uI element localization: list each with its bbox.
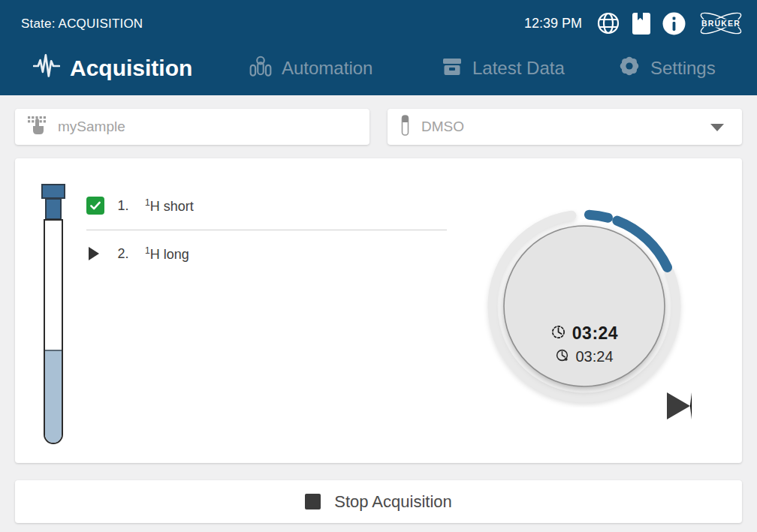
stop-acquisition-button[interactable]: Stop Acquisition — [15, 480, 742, 523]
progress-times: 03:24 03:24 — [483, 323, 686, 365]
clock-icon — [555, 348, 569, 365]
clock-time: 12:39 PM — [524, 16, 582, 32]
time-remaining-row: 03:24 — [550, 323, 618, 344]
archive-box-icon — [442, 56, 463, 81]
solvent-value: DMSO — [421, 119, 464, 135]
automation-rack-icon — [249, 54, 272, 83]
manual-book-icon[interactable] — [632, 12, 651, 35]
tab-label: Settings — [650, 58, 716, 79]
tab-label: Acquisition — [70, 56, 192, 81]
info-icon[interactable] — [662, 12, 686, 35]
header-status-cluster: 12:39 PM — [524, 10, 745, 37]
experiment-1-status — [86, 197, 106, 215]
sample-name-value: mySample — [58, 119, 125, 135]
time-remaining-value: 03:24 — [572, 323, 618, 344]
experiment-number: 1. — [115, 198, 131, 214]
sample-vial-icon — [400, 114, 411, 140]
solvent-dropdown[interactable]: DMSO — [388, 109, 742, 145]
experiment-row-1[interactable]: 1. 1H short — [86, 196, 194, 215]
stop-acquisition-label: Stop Acquisition — [334, 492, 452, 512]
clock-dashed-icon — [550, 324, 566, 343]
tube-liquid — [45, 350, 62, 443]
stop-square-icon — [305, 494, 321, 509]
experiment-number: 2. — [115, 246, 131, 262]
bruker-logo: BRUKER — [697, 10, 745, 37]
tab-label: Automation — [282, 58, 372, 79]
acquisition-panel: 1. 1H short 2. 1H long — [15, 158, 742, 463]
tab-automation[interactable]: Automation — [249, 41, 372, 95]
experiment-name: 1H long — [145, 245, 189, 263]
experiment-row-2[interactable]: 2. 1H long — [86, 244, 189, 263]
touch-keyboard-icon — [27, 115, 47, 140]
state-label: State: ACQUISITION — [21, 17, 143, 32]
tube-cap — [41, 184, 65, 199]
progress-ring: 03:24 03:24 — [483, 205, 686, 407]
experiment-divider — [86, 230, 447, 230]
app-window: State: ACQUISITION 12:39 PM — [0, 0, 757, 532]
gear-icon — [618, 55, 641, 82]
tube-cap-neck — [45, 198, 62, 220]
sample-name-input[interactable]: mySample — [15, 109, 369, 145]
check-icon — [86, 197, 104, 215]
header-bar: State: ACQUISITION 12:39 PM — [0, 0, 757, 95]
sample-tube-graphic — [41, 184, 67, 446]
tab-settings[interactable]: Settings — [618, 41, 716, 95]
language-globe-icon[interactable] — [596, 11, 620, 35]
experiment-2-status — [86, 247, 106, 260]
chevron-down-icon — [710, 124, 724, 131]
play-icon — [89, 247, 99, 260]
svg-text:BRUKER: BRUKER — [701, 19, 740, 28]
time-total-row: 03:24 — [555, 348, 613, 365]
tab-acquisition[interactable]: Acquisition — [33, 41, 192, 95]
tube-body — [44, 219, 63, 444]
run-next-button[interactable] — [667, 392, 692, 419]
tab-latest-data[interactable]: Latest Data — [442, 41, 565, 95]
main-navigation: Acquisition Automation — [0, 41, 757, 95]
time-total-value: 03:24 — [575, 348, 613, 365]
experiment-name: 1H short — [145, 197, 194, 215]
acquisition-spectrum-icon — [33, 53, 60, 84]
tab-label: Latest Data — [472, 58, 565, 79]
